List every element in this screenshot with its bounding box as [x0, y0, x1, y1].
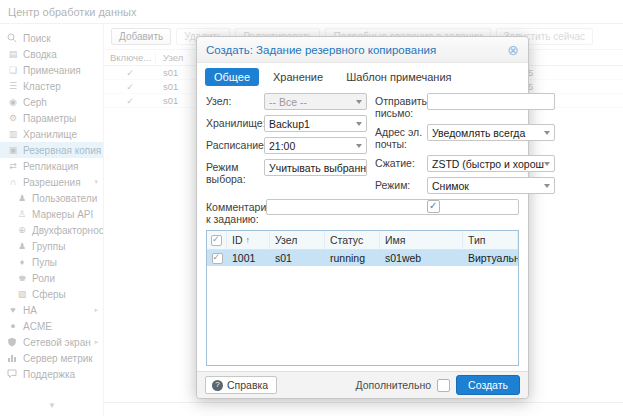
guest-table-empty-area	[207, 266, 518, 365]
chevron-down-icon	[356, 122, 362, 126]
dialog-header[interactable]: Создать: Задание резервного копирования …	[197, 37, 528, 63]
comment-row: Комментарий к заданию:	[197, 197, 528, 230]
email-notify-select[interactable]: Уведомлять всегда	[427, 124, 555, 141]
tab-note-template[interactable]: Шаблон примечания	[337, 68, 460, 86]
tab-general[interactable]: Общее	[205, 68, 259, 86]
row-checkbox-cell	[207, 250, 227, 266]
sort-asc-icon: ↑	[246, 235, 251, 245]
help-button[interactable]: ? Справка	[205, 376, 277, 394]
guest-table: ID ↑ Узел Статус Имя Тип 1001 s01 runnin…	[206, 230, 519, 366]
selection-mode-label: Режим выбора:	[206, 159, 264, 185]
column-header-node[interactable]: Узел	[270, 231, 325, 249]
column-header-id[interactable]: ID ↑	[227, 231, 270, 249]
comment-label: Комментарий к заданию:	[206, 199, 266, 225]
close-icon[interactable]: ⊗	[507, 43, 519, 57]
column-header-name[interactable]: Имя	[380, 231, 463, 249]
compression-label: Сжатие:	[375, 155, 427, 172]
enable-checkbox[interactable]	[427, 200, 440, 213]
storage-select[interactable]: Backup1	[264, 115, 367, 132]
send-email-label: Отправить письмо:	[375, 93, 427, 119]
column-header-status[interactable]: Статус	[325, 231, 380, 249]
mode-label: Режим:	[375, 177, 427, 194]
send-email-input[interactable]	[427, 93, 555, 110]
guest-table-row[interactable]: 1001 s01 running s01web Виртуальная ...	[207, 250, 518, 266]
guest-table-header: ID ↑ Узел Статус Имя Тип	[207, 231, 518, 250]
chevron-down-icon	[356, 144, 362, 148]
node-label: Узел:	[206, 93, 264, 110]
compression-select[interactable]: ZSTD (быстро и хорош	[427, 155, 555, 172]
chevron-down-icon	[544, 162, 550, 166]
dialog-title: Создать: Задание резервного копирования	[206, 44, 436, 56]
chevron-down-icon	[544, 184, 550, 188]
tab-retention[interactable]: Хранение	[264, 68, 332, 86]
question-icon: ?	[212, 380, 223, 391]
create-backup-job-dialog: Создать: Задание резервного копирования …	[196, 36, 529, 399]
chevron-down-icon	[356, 100, 362, 104]
create-button[interactable]: Создать	[456, 375, 520, 395]
selection-mode-select[interactable]: Учитывать выбранные	[264, 159, 367, 176]
select-all-checkbox[interactable]	[211, 235, 222, 246]
schedule-label: Расписание:	[206, 137, 264, 154]
advanced-checkbox[interactable]	[437, 379, 450, 392]
mode-select[interactable]: Снимок	[427, 177, 555, 194]
schedule-combo[interactable]: 21:00	[264, 137, 367, 154]
email-notify-label: Адрес эл. почты:	[375, 124, 427, 150]
advanced-label: Дополнительно	[356, 379, 432, 391]
row-checkbox[interactable]	[212, 253, 223, 264]
dialog-footer: ? Справка Дополнительно Создать	[197, 371, 528, 398]
node-select[interactable]: -- Все --	[264, 93, 367, 110]
dialog-tab-bar: Общее Хранение Шаблон примечания	[197, 63, 528, 90]
storage-label: Хранилище:	[206, 115, 264, 132]
column-header-type[interactable]: Тип	[463, 231, 518, 249]
select-all-checkbox-cell[interactable]	[207, 231, 227, 249]
comment-input[interactable]	[266, 199, 519, 215]
dialog-form: Узел: -- Все -- Хранилище: Backup1 Распи…	[197, 90, 528, 197]
chevron-down-icon	[544, 131, 550, 135]
